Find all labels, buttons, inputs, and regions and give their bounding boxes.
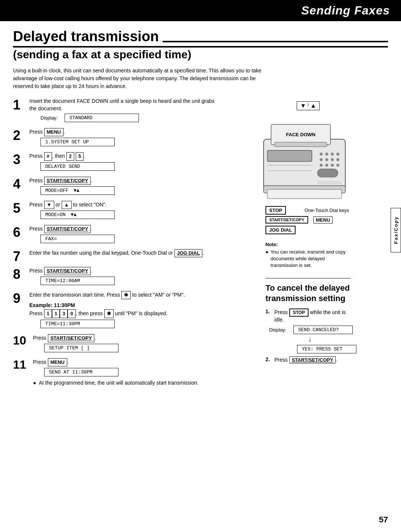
svg-point-6: [325, 153, 328, 156]
step-8-content: Press START/SET/COPY. TIME=12:00AM: [29, 267, 221, 288]
step-num-6: 6: [13, 225, 26, 240]
start-set-copy-btn-8: START/SET/COPY: [44, 267, 91, 275]
step-1-display-box: STANDARD: [65, 114, 139, 122]
step-3-content: Press #, then 2 5. DELAYED SEND: [29, 152, 221, 173]
cancel-step-1-displays: Display: SEND CANCELED? ↓ YES: PRESS SET: [269, 326, 351, 353]
start-set-copy-btn-6: START/SET/COPY: [44, 225, 91, 233]
up-arrow-ref: ▲: [62, 201, 72, 209]
step-2: 2 Press MENU. 1.SYSTEM SET UP: [13, 128, 221, 149]
step-7: 7 Enter the fax number using the dial ke…: [13, 249, 221, 264]
key-1b: 1: [52, 309, 60, 318]
svg-point-8: [336, 153, 339, 156]
main-content: Delayed transmission (sending a fax at a…: [0, 21, 401, 399]
menu-label-device: MENU: [313, 216, 333, 223]
down-arrow-icon: ▼: [300, 102, 306, 109]
cancel-step-2-text: Press START/SET/COPY.: [274, 356, 337, 363]
device-illustration: ▼ / ▲ FACE DOWN: [228, 101, 388, 366]
step-5-text: Press ▼ or ▲ to select "ON".: [29, 201, 221, 209]
svg-point-15: [331, 164, 334, 167]
stop-btn-cancel: STOP: [289, 309, 309, 317]
step-9-text: Enter the transmission start time. Press…: [29, 291, 221, 299]
step-num-1: 1: [13, 98, 26, 112]
start-set-copy-btn-cancel: START/SET/COPY: [289, 356, 336, 363]
step-num-10: 10: [13, 334, 30, 347]
page-header: Sending Faxes: [0, 0, 401, 21]
arrow-down-icon: ↓: [269, 336, 351, 343]
note-section: Note: ● You can receive, transmit and co…: [265, 242, 351, 269]
cancel-step-1: 1. Press STOP while the unit is idle.: [265, 309, 351, 323]
step-10-display-box: SETUP ITEM [ ]: [44, 344, 118, 352]
step-8-display-row: TIME=12:00AM: [40, 277, 221, 285]
steps-column: 1 Insert the document FACE DOWN until a …: [13, 98, 221, 391]
step-1-display-label: Display:: [40, 115, 61, 121]
up-arrow-icon: ▲: [310, 102, 316, 109]
step-8: 8 Press START/SET/COPY. TIME=12:00AM: [13, 267, 221, 288]
step-num-4: 4: [13, 177, 26, 192]
down-arrow-ref: ▼: [44, 201, 54, 209]
step-8-text: Press START/SET/COPY.: [29, 267, 221, 275]
step-3-display-row: DELAYED SEND: [40, 162, 221, 171]
step-5-display-box: MODE=ON ▼▲: [40, 210, 115, 219]
cancel-step-num-2: 2.: [265, 356, 271, 362]
step-num-2: 2: [13, 128, 26, 143]
jog-dial-row: JOG DIAL: [265, 226, 296, 234]
key-0: 0: [68, 309, 75, 318]
step-1-display-row: Display: STANDARD: [40, 114, 221, 122]
step-7-text: Enter the fax number using the dial keyp…: [29, 249, 221, 257]
cancel-title: To cancel the delayed transmission setti…: [265, 283, 351, 304]
key-3: 3: [60, 309, 68, 318]
svg-rect-3: [275, 142, 327, 147]
step-6: 6 Press START/SET/COPY. FAX=: [13, 225, 221, 246]
cancel-section: To cancel the delayed transmission setti…: [265, 278, 351, 366]
note-text: You can receive, transmit and copy docum…: [271, 249, 351, 269]
jog-dial-ref-7: JOG DIAL: [175, 249, 202, 257]
svg-rect-17: [317, 169, 338, 177]
key-5-ref: 5: [76, 152, 84, 160]
hash-button-ref: #: [44, 152, 52, 160]
step-3: 3 Press #, then 2 5. DELAYED SEND: [13, 152, 221, 173]
key-1a: 1: [44, 309, 52, 318]
step-5: 5 Press ▼ or ▲ to select "ON". MODE=ON ▼…: [13, 201, 221, 222]
menu-btn-11: MENU: [48, 358, 67, 366]
step-9-example: Example: 11:30PM Press 1130, then press …: [29, 301, 221, 318]
step-2-display-row: 1.SYSTEM SET UP: [40, 138, 221, 146]
step-10-content: Press START/SET/COPY. SETUP ITEM [ ]: [33, 334, 221, 355]
cancel-step-2: 2. Press START/SET/COPY.: [265, 356, 351, 363]
side-tab: Fax/Copy: [391, 208, 401, 252]
header-title: Sending Faxes: [301, 4, 390, 17]
step-1: 1 Insert the document FACE DOWN until a …: [13, 98, 221, 125]
step-11-display-row: SEND AT 11:30PM: [44, 368, 221, 376]
step-4-text: Press START/SET/COPY.: [29, 177, 221, 185]
step-6-text: Press START/SET/COPY.: [29, 225, 221, 233]
example-text: Press 1130, then press ✱ until "PM" is d…: [29, 310, 167, 316]
device-buttons-area: STOP One-Touch Dial keys START/SET/COPY …: [265, 206, 351, 234]
step-4-display-row: MODE=OFF ▼▲: [40, 186, 221, 195]
step-num-7: 7: [13, 249, 26, 264]
step-2-text: Press MENU.: [29, 128, 221, 136]
step-6-content: Press START/SET/COPY. FAX=: [29, 225, 221, 246]
start-set-copy-btn-4: START/SET/COPY: [44, 177, 91, 185]
step-7-content: Enter the fax number using the dial keyp…: [29, 249, 221, 259]
step-11: 11 Press MENU. SEND AT 11:30PM ● At the …: [13, 358, 221, 388]
svg-point-14: [325, 164, 328, 167]
star-key-ref: ✱: [121, 291, 131, 299]
step-9-display-box: TIME=11:30PM: [40, 320, 115, 328]
start-set-copy-label: START/SET/COPY: [265, 216, 308, 223]
step-3-text: Press #, then 2 5.: [29, 152, 221, 160]
stop-row: STOP One-Touch Dial keys: [265, 206, 349, 215]
step-num-5: 5: [13, 201, 26, 216]
svg-point-12: [336, 158, 339, 161]
step-num-11: 11: [13, 358, 30, 371]
step-2-content: Press MENU. 1.SYSTEM SET UP: [29, 128, 221, 149]
svg-text:FACE DOWN: FACE DOWN: [286, 132, 315, 137]
svg-point-10: [325, 158, 328, 161]
cancel-display-label-row: Display: SEND CANCELED?: [269, 326, 351, 334]
example-label: Example: 11:30PM: [29, 302, 75, 308]
step-11-content: Press MENU. SEND AT 11:30PM ● At the pro…: [33, 358, 221, 388]
step-6-display-box: FAX=: [40, 235, 115, 243]
jog-dial-label: JOG DIAL: [265, 226, 296, 234]
fax-machine-svg: FACE DOWN: [256, 113, 360, 210]
cancel-display-2: YES: PRESS SET: [297, 345, 356, 353]
step-4-content: Press START/SET/COPY. MODE=OFF ▼▲: [29, 177, 221, 198]
step-10: 10 Press START/SET/COPY. SETUP ITEM [ ]: [13, 334, 221, 355]
